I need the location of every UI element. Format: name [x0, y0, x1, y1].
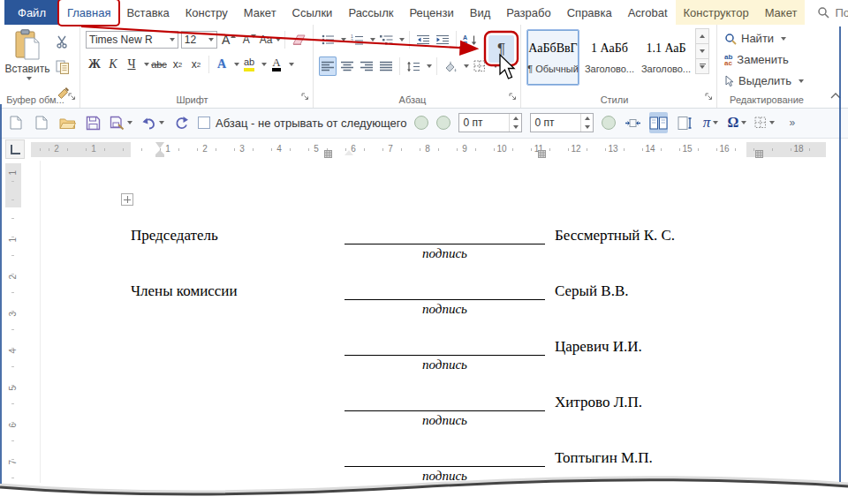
styles-dialog-launcher[interactable]	[705, 88, 713, 104]
increase-indent-button[interactable]	[434, 30, 451, 49]
style-card[interactable]: 1.1 АаБ Заголово...	[640, 29, 693, 86]
collapse-ribbon-button[interactable]	[830, 87, 841, 102]
spacing-after-spinner[interactable]: 0 пт	[530, 113, 594, 132]
style-circle-button-2[interactable]	[436, 116, 450, 130]
align-right-button[interactable]	[358, 56, 375, 76]
underline-button[interactable]: Ч	[123, 55, 140, 74]
font-color-button[interactable]: А	[268, 55, 285, 74]
tab-констру[interactable]: Констру	[178, 0, 236, 25]
decrease-indent-button[interactable]	[414, 30, 432, 49]
select-button[interactable]: Выделить	[724, 74, 804, 87]
clipboard-dialog-launcher[interactable]	[68, 88, 76, 104]
line-spacing-button[interactable]	[405, 56, 422, 76]
bold-button[interactable]: Ж	[86, 55, 103, 74]
spacing-before-spinner[interactable]: 0 пт	[458, 113, 522, 132]
clear-formatting-button[interactable]	[291, 30, 308, 49]
shading-button[interactable]	[442, 56, 459, 76]
bullets-button[interactable]	[319, 30, 337, 49]
styles-scroll-up-button[interactable]	[695, 28, 709, 44]
vertical-ruler[interactable]: 11234567	[5, 163, 21, 490]
font-name-combo[interactable]: Times New R	[86, 31, 178, 49]
tab-макет[interactable]: Макет	[757, 0, 806, 25]
signature-name[interactable]: Бессмертный К. С.	[555, 227, 675, 244]
table-column-marker[interactable]	[324, 146, 332, 162]
tab-ссылки[interactable]: Ссылки	[284, 0, 341, 25]
numbering-button[interactable]: 12	[348, 30, 366, 49]
tab-конструктор[interactable]: Конструктор	[676, 0, 757, 25]
cut-button[interactable]	[54, 32, 72, 51]
find-button[interactable]: Найти	[724, 32, 786, 45]
first-line-indent-marker[interactable]	[155, 142, 164, 148]
signature-caption[interactable]: подпись	[344, 469, 545, 484]
search-box[interactable]: Поиск	[817, 0, 848, 25]
tab-рецензи[interactable]: Рецензи	[401, 0, 461, 25]
checkbox-box[interactable]	[198, 117, 210, 129]
indent-mark-button[interactable]	[624, 112, 641, 133]
sort-button[interactable]: АЯ	[461, 30, 479, 49]
document-area[interactable]: 11234567 Председатель подпись Бессмертны…	[0, 161, 848, 504]
table-column-marker[interactable]	[755, 146, 763, 162]
tab-stop-selector[interactable]	[5, 139, 25, 159]
equation-button[interactable]: π	[701, 112, 719, 133]
align-center-button[interactable]	[338, 56, 356, 76]
page-select-button[interactable]	[676, 112, 693, 133]
table-column-marker[interactable]	[538, 146, 546, 162]
text-effects-button[interactable]: А	[213, 55, 231, 74]
styles-scroll-down-button[interactable]	[695, 43, 709, 59]
style-card[interactable]: АаБбВвГ ¶ Обычный	[526, 29, 579, 86]
spinner-arrows[interactable]	[580, 114, 593, 132]
tab-acrobat[interactable]: Acrobat	[620, 0, 676, 25]
signature-name[interactable]: Царевич И.И.	[555, 338, 642, 356]
save-as-button[interactable]	[110, 112, 132, 133]
new-blank-document-button[interactable]	[7, 112, 25, 133]
open-button[interactable]	[58, 112, 76, 133]
italic-button[interactable]: К	[104, 55, 122, 74]
undo-button[interactable]	[140, 112, 164, 133]
signature-caption[interactable]: подпись	[344, 413, 545, 428]
borders-button[interactable]	[471, 56, 488, 76]
tab-главная[interactable]: Главная	[59, 0, 118, 25]
more-commands-button[interactable]: »	[783, 112, 800, 133]
redo-button[interactable]	[172, 112, 190, 133]
copy-button[interactable]	[54, 57, 72, 77]
tab-вставка[interactable]: Вставка	[118, 0, 177, 25]
signature-caption[interactable]: подпись	[344, 302, 545, 317]
horizontal-ruler[interactable]: 211234567891011121314151618	[31, 142, 826, 157]
new-template-document-button[interactable]	[33, 112, 50, 133]
tab-разрабо[interactable]: Разрабо	[498, 0, 558, 25]
tab-файл[interactable]: Файл	[4, 0, 59, 25]
spinner-arrows[interactable]	[509, 114, 521, 132]
left-indent-marker[interactable]	[155, 154, 164, 157]
multilevel-list-button[interactable]	[377, 30, 395, 49]
shrink-font-button[interactable]: A	[240, 30, 258, 49]
tab-рассылк[interactable]: Рассылк	[340, 0, 401, 25]
signature-table[interactable]: Председатель подпись Бессмертный К. С. Ч…	[131, 161, 731, 496]
change-case-button[interactable]: Aa	[261, 30, 279, 49]
qat-borders-button[interactable]	[754, 112, 775, 133]
subscript-button[interactable]: x2	[169, 55, 186, 74]
grow-font-button[interactable]: A	[220, 30, 238, 49]
replace-button[interactable]: abас Заменить	[724, 53, 789, 66]
save-button[interactable]	[84, 112, 102, 133]
highlight-color-button[interactable]: ab	[240, 55, 258, 74]
styles-more-button[interactable]	[695, 58, 709, 74]
signature-name[interactable]: Серый В.В.	[555, 282, 629, 300]
align-left-button[interactable]	[319, 56, 337, 76]
paste-button[interactable]: Вставить	[4, 29, 50, 93]
facing-pages-button[interactable]	[649, 112, 668, 133]
tab-вид[interactable]: Вид	[462, 0, 499, 25]
paragraph-dialog-launcher[interactable]	[509, 88, 517, 104]
font-size-combo[interactable]: 12	[181, 31, 217, 49]
right-indent-marker[interactable]	[344, 150, 353, 155]
keep-with-next-checkbox[interactable]: Абзац - не отрывать от следующего	[198, 117, 406, 130]
style-card[interactable]: 1 АаБб Заголово...	[583, 29, 636, 86]
superscript-button[interactable]: x2	[187, 55, 205, 74]
justify-button[interactable]	[377, 56, 395, 76]
font-dialog-launcher[interactable]	[301, 88, 309, 104]
signature-name[interactable]: Топтыгин М.П.	[555, 449, 653, 467]
symbol-button[interactable]: Ω	[727, 112, 746, 133]
tab-справка[interactable]: Справка	[559, 0, 620, 25]
signature-caption[interactable]: подпись	[344, 246, 545, 261]
signature-caption[interactable]: подпись	[344, 357, 545, 372]
signature-row-label[interactable]: Члены комиссии	[131, 282, 238, 300]
